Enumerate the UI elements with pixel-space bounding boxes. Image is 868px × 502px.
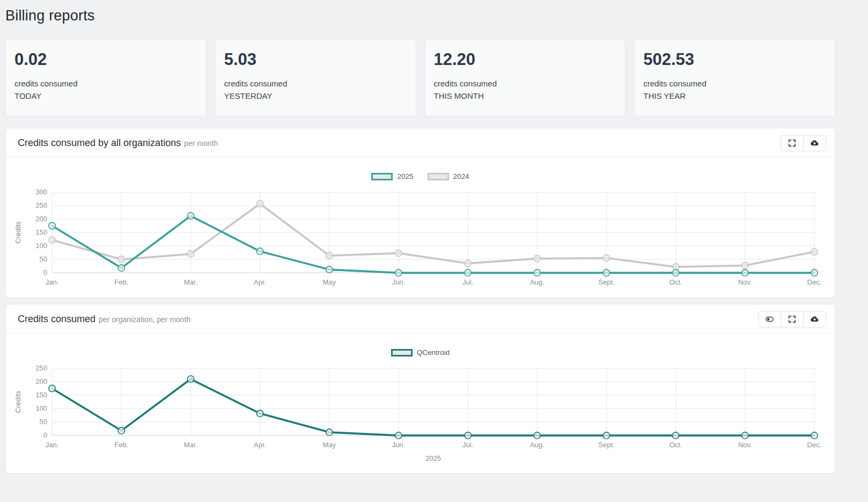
data-point-QCentroid (256, 410, 263, 417)
data-point-2025 (672, 270, 679, 276)
download-button[interactable] (803, 311, 826, 328)
x-tick-label: Apr. (254, 278, 266, 286)
data-point-QCentroid (603, 432, 609, 439)
legend-item-2024[interactable]: 2024 (428, 172, 469, 180)
panel-heading: Credits consumedper organization, per mo… (18, 314, 190, 325)
y-tick-label: 100 (35, 242, 47, 250)
stat-card-row: 0.02 credits consumed TODAY 5.03 credits… (5, 39, 835, 117)
data-point-QCentroid (118, 427, 124, 434)
panel-title: Credits consumed by all organizations (18, 137, 181, 148)
legend-label: 2024 (453, 172, 469, 180)
x-tick-label: Feb. (114, 441, 128, 449)
chart-svg: 300250200150100500Jan.Feb.Mar.Apr.MayJun… (12, 185, 828, 291)
data-point-2024 (534, 255, 540, 261)
legend-item-QCentroid[interactable]: QCentroid (391, 348, 450, 357)
visibility-toggle-button[interactable] (758, 311, 781, 328)
y-axis-title: Credits (14, 391, 22, 413)
panel-header: Credits consumedper organization, per mo… (6, 304, 835, 333)
y-tick-label: 300 (35, 188, 47, 196)
stat-value: 12.20 (434, 50, 617, 69)
series-line-QCentroid (52, 379, 814, 435)
y-tick-label: 50 (40, 418, 47, 426)
x-tick-label: May (322, 441, 336, 449)
x-tick-label: Oct. (670, 441, 682, 449)
panel-title: Credits consumed (18, 314, 95, 324)
x-tick-label: Aug. (530, 278, 545, 286)
data-point-QCentroid (187, 376, 194, 382)
stat-period: THIS YEAR (643, 91, 826, 100)
x-tick-label: Jul. (462, 441, 473, 449)
data-point-QCentroid (465, 432, 471, 439)
y-tick-label: 0 (43, 431, 47, 439)
fullscreen-button[interactable] (781, 311, 804, 328)
chart-legend: 20252024 (12, 172, 828, 180)
x-tick-label: Dec. (807, 441, 822, 449)
x-tick-label: Jul. (462, 278, 473, 286)
data-point-2025 (395, 270, 402, 276)
data-point-QCentroid (534, 432, 540, 439)
data-point-2024 (742, 262, 748, 268)
data-point-2024 (811, 249, 818, 255)
data-point-2024 (187, 251, 194, 257)
data-point-2024 (465, 260, 471, 266)
x-tick-label: Sept. (598, 278, 614, 286)
x-tick-label: May (322, 278, 336, 286)
panel-toolbar (758, 311, 826, 328)
stat-card-this-month: 12.20 credits consumed THIS MONTH (425, 39, 626, 117)
stat-label: credits consumed (643, 79, 826, 88)
fullscreen-icon (788, 139, 797, 148)
data-point-2025 (811, 270, 818, 276)
y-tick-label: 150 (35, 391, 47, 399)
y-tick-label: 250 (35, 364, 47, 372)
data-point-2025 (49, 222, 55, 229)
legend-label: QCentroid (417, 348, 450, 357)
x-tick-label: Oct. (670, 278, 682, 286)
legend-swatch (428, 173, 449, 180)
stat-label: credits consumed (224, 79, 407, 88)
toggle-switch-icon (765, 315, 774, 324)
cloud-download-icon (810, 315, 819, 324)
chart-svg: 250200150100500Jan.Feb.Mar.Apr.MayJun.Ju… (12, 361, 828, 467)
y-tick-label: 200 (35, 377, 47, 385)
y-axis-title: Credits (14, 221, 22, 244)
x-tick-label: Dec. (807, 278, 822, 286)
data-point-QCentroid (742, 432, 748, 439)
y-tick-label: 150 (35, 228, 47, 236)
stat-period: THIS MONTH (434, 91, 617, 100)
download-button[interactable] (803, 135, 826, 151)
y-tick-label: 50 (40, 255, 47, 263)
y-tick-label: 250 (35, 201, 47, 209)
fullscreen-icon (788, 315, 797, 324)
panel-all-organizations: Credits consumed by all organizationsper… (5, 128, 835, 298)
stat-value: 502.53 (643, 50, 826, 69)
data-point-2025 (326, 266, 333, 273)
stat-period: YESTERDAY (224, 91, 407, 100)
stat-label: credits consumed (434, 79, 617, 88)
data-point-QCentroid (395, 432, 402, 439)
x-tick-label: Mar. (184, 441, 197, 449)
y-tick-label: 0 (43, 268, 47, 277)
panel-header: Credits consumed by all organizationsper… (6, 128, 835, 157)
y-tick-label: 100 (35, 404, 47, 412)
panel-toolbar (781, 135, 826, 151)
panel-per-organization: Credits consumedper organization, per mo… (5, 304, 835, 474)
x-tick-label: Aug. (530, 441, 545, 449)
stat-card-today: 0.02 credits consumed TODAY (5, 39, 207, 117)
legend-item-2025[interactable]: 2025 (371, 172, 413, 180)
data-point-2025 (534, 270, 540, 276)
x-tick-label: Jun. (392, 278, 406, 286)
chart-legend: QCentroid (12, 348, 828, 357)
stat-value: 0.02 (14, 50, 197, 69)
x-tick-label: Mar. (184, 278, 197, 286)
data-point-2025 (603, 270, 609, 276)
x-tick-label: Nov. (738, 441, 752, 449)
page-title: Billing reports (5, 8, 835, 24)
stat-card-yesterday: 5.03 credits consumed YESTERDAY (215, 39, 416, 117)
fullscreen-button[interactable] (781, 135, 804, 151)
data-point-2024 (326, 252, 333, 259)
data-point-2025 (465, 270, 471, 276)
stat-card-this-year: 502.53 credits consumed THIS YEAR (634, 39, 835, 117)
data-point-QCentroid (49, 385, 55, 391)
data-point-2024 (603, 254, 609, 261)
x-tick-label: Nov. (738, 278, 752, 286)
